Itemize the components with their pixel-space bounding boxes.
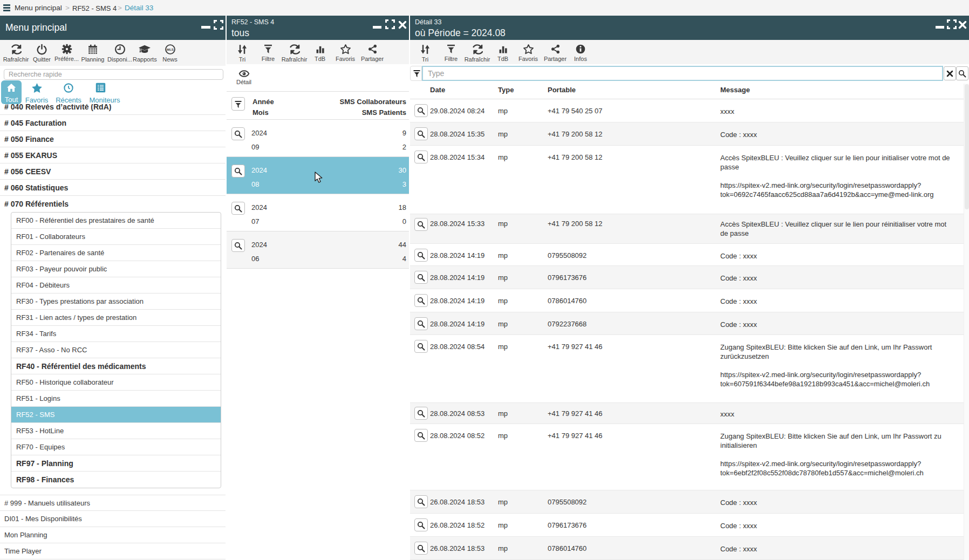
svg-text:MLS: MLS <box>167 47 174 51</box>
